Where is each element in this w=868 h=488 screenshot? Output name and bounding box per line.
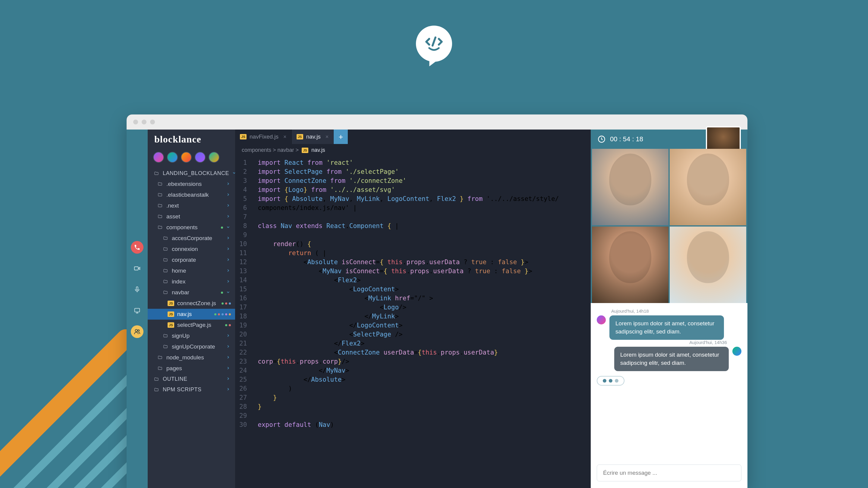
chevron-right-icon bbox=[226, 376, 231, 382]
tree-folder[interactable]: index bbox=[148, 276, 235, 287]
call-button[interactable] bbox=[131, 241, 144, 254]
tree-folder[interactable]: connexion bbox=[148, 244, 235, 255]
avatar[interactable] bbox=[733, 347, 741, 356]
tree-item-label: components bbox=[166, 224, 216, 231]
avatar[interactable] bbox=[597, 315, 606, 324]
screenshare-button[interactable] bbox=[131, 304, 144, 317]
tree-folder[interactable]: .ebextensions bbox=[148, 178, 235, 190]
traffic-light-close[interactable] bbox=[133, 120, 138, 124]
code-smile-icon bbox=[422, 32, 446, 56]
message-input[interactable] bbox=[597, 464, 741, 481]
traffic-light-min[interactable] bbox=[142, 120, 147, 124]
tree-root[interactable]: LANDING_BLOCKLANCE bbox=[148, 168, 235, 178]
outline-section[interactable]: OUTLINE bbox=[148, 374, 235, 384]
svg-rect-2 bbox=[136, 287, 138, 290]
tree-folder[interactable]: signUpCorporate bbox=[148, 341, 235, 352]
message-time: Aujourd'hui, 14h18 bbox=[597, 308, 741, 314]
avatar[interactable] bbox=[181, 152, 192, 163]
file-tree: LANDING_BLOCKLANCE .ebextensions.elastic… bbox=[148, 168, 235, 488]
tree-folder[interactable]: pages bbox=[148, 363, 235, 374]
folder-icon bbox=[157, 181, 163, 187]
tree-folder[interactable]: .next bbox=[148, 200, 235, 211]
js-badge-icon: JS bbox=[302, 148, 308, 153]
folder-icon bbox=[162, 268, 169, 273]
svg-point-5 bbox=[138, 330, 140, 332]
editor-tab[interactable]: JSnav.js× bbox=[292, 130, 334, 144]
outline-label: OUTLINE bbox=[163, 376, 223, 382]
npm-section[interactable]: NPM SCRIPTS bbox=[148, 384, 235, 395]
tree-folder[interactable]: navbar bbox=[148, 287, 235, 298]
editor-pane: JSnavFixed.js×JSnav.js× + components > n… bbox=[235, 130, 591, 488]
tree-item-label: corporate bbox=[172, 257, 223, 263]
code-source[interactable]: import React from 'react'import SelectPa… bbox=[252, 156, 564, 488]
chevron-down-icon bbox=[226, 289, 231, 296]
folder-icon bbox=[153, 387, 160, 392]
tree-file[interactable]: JSconnectZone.js bbox=[148, 298, 235, 309]
svg-rect-1 bbox=[134, 267, 138, 270]
tree-item-label: signUpCorporate bbox=[172, 344, 223, 350]
tree-item-label: .ebextensions bbox=[166, 181, 223, 187]
tab-close-icon[interactable]: × bbox=[283, 134, 287, 140]
js-badge-icon: JS bbox=[297, 134, 303, 139]
traffic-light-max[interactable] bbox=[150, 120, 155, 124]
typing-indicator bbox=[597, 376, 624, 386]
clock-icon bbox=[597, 135, 606, 143]
avatar[interactable] bbox=[153, 152, 164, 163]
chevron-down-icon bbox=[226, 224, 231, 231]
tree-item-label: .next bbox=[166, 202, 223, 209]
folder-icon bbox=[157, 192, 163, 198]
folder-icon bbox=[162, 344, 169, 350]
status-dot bbox=[221, 292, 223, 294]
svg-rect-3 bbox=[135, 308, 140, 312]
phone-icon bbox=[134, 244, 141, 251]
chevron-right-icon bbox=[226, 181, 231, 187]
folder-icon bbox=[157, 225, 163, 230]
tree-folder[interactable]: asset bbox=[148, 211, 235, 222]
participants-button[interactable] bbox=[131, 325, 144, 338]
video-button[interactable] bbox=[131, 262, 144, 275]
status-dot bbox=[221, 227, 223, 229]
tree-folder[interactable]: node_modules bbox=[148, 352, 235, 363]
video-tile[interactable] bbox=[592, 227, 669, 303]
tree-item-label: .elasticbeanstalk bbox=[166, 192, 223, 198]
folder-icon bbox=[162, 247, 169, 252]
folder-icon bbox=[157, 203, 163, 208]
tree-folder[interactable]: home bbox=[148, 265, 235, 276]
folder-icon bbox=[162, 290, 169, 295]
js-badge-icon: JS bbox=[167, 301, 174, 306]
editor-tab[interactable]: JSnavFixed.js× bbox=[235, 130, 292, 144]
mic-button[interactable] bbox=[131, 283, 144, 296]
chevron-right-icon bbox=[226, 257, 231, 263]
mic-icon bbox=[134, 286, 141, 293]
tab-label: navFixed.js bbox=[250, 133, 278, 140]
tree-folder[interactable]: accesCorporate bbox=[148, 233, 235, 244]
chevron-down-icon bbox=[232, 170, 235, 176]
self-video-pip[interactable] bbox=[706, 126, 741, 152]
code-editor[interactable]: 1234567891011121314151617181920212223242… bbox=[235, 156, 591, 488]
tree-folder[interactable]: .elasticbeanstalk bbox=[148, 190, 235, 200]
call-timer: 00 : 54 : 18 bbox=[610, 135, 643, 143]
tree-folder[interactable]: signUp bbox=[148, 330, 235, 341]
video-tile[interactable] bbox=[592, 149, 669, 225]
tree-file[interactable]: JSnav.js bbox=[148, 309, 235, 320]
screen-icon bbox=[134, 307, 141, 314]
avatar[interactable] bbox=[167, 152, 178, 163]
avatar[interactable] bbox=[195, 152, 206, 163]
tree-item-label: nav.js bbox=[177, 311, 210, 318]
file-sidebar: blocklance LANDING_BLOCKLANCE bbox=[148, 130, 235, 488]
tree-item-label: home bbox=[172, 267, 223, 274]
tab-close-icon[interactable]: × bbox=[326, 134, 329, 140]
tree-folder[interactable]: components bbox=[148, 222, 235, 233]
tree-file[interactable]: JSselectPage.js bbox=[148, 320, 235, 330]
chevron-right-icon bbox=[226, 387, 231, 393]
tab-add[interactable]: + bbox=[334, 130, 348, 144]
tree-folder[interactable]: corporate bbox=[148, 255, 235, 265]
tree-item-label: node_modules bbox=[166, 354, 223, 361]
avatar[interactable] bbox=[209, 152, 219, 163]
video-tile[interactable] bbox=[670, 227, 746, 303]
video-tile[interactable] bbox=[670, 149, 746, 225]
browser-titlebar bbox=[127, 115, 747, 130]
status-dots bbox=[225, 324, 231, 326]
chevron-right-icon bbox=[226, 213, 231, 220]
people-icon bbox=[134, 328, 141, 335]
